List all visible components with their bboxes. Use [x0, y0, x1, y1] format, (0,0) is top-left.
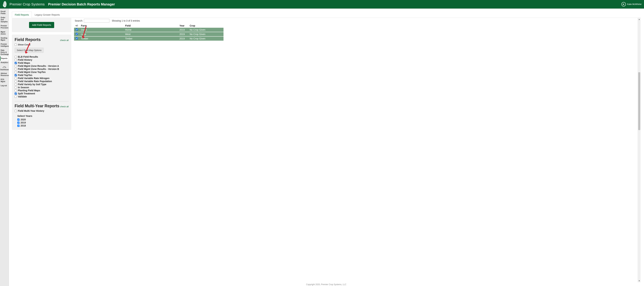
show-costs-toggle[interactable]: Show Costs [14, 43, 68, 46]
user-menu[interactable]: K Katie McWhirter [622, 2, 642, 7]
report-option[interactable]: ELB Field Results [14, 55, 68, 58]
check-all-link[interactable]: check all [60, 39, 68, 42]
show-costs-checkbox[interactable] [14, 44, 17, 46]
report-option[interactable]: Split Treatment [14, 92, 68, 95]
year-label: 2018 [20, 124, 26, 127]
report-option-checkbox[interactable] [14, 83, 17, 86]
year-checkbox[interactable] [17, 119, 20, 121]
report-option[interactable]: Field Variable Rate Population [14, 80, 68, 83]
report-option-checkbox[interactable] [14, 56, 17, 58]
scroll-down-icon[interactable]: ▼ [638, 279, 640, 282]
col-field[interactable]: Field [124, 24, 178, 28]
table-row[interactable]: TimberTimber2019No Crop Given [74, 36, 224, 41]
add-field-reports-button[interactable]: Add Field Reports [29, 22, 54, 28]
table-row[interactable]: Dad'sHome2019No Crop Given [74, 28, 224, 32]
report-option-label: Field History [18, 59, 32, 61]
sidebar-item-data-entry-exchange[interactable]: Data Entry & Exchange [0, 48, 9, 57]
sidebar-item-reports[interactable]: Reports [0, 57, 9, 61]
report-option-checkbox[interactable] [14, 80, 17, 83]
report-option-checkbox[interactable] [14, 93, 17, 95]
year-option[interactable]: 2018 [17, 124, 68, 127]
cell-year: 2019 [178, 28, 188, 32]
sidebar-item-seeding-mgmt[interactable]: Seeding Mgmt [0, 36, 9, 42]
year-option[interactable]: 2020 [17, 118, 68, 121]
sidebar-item-premier-precision[interactable]: Premier Precision [0, 24, 9, 30]
left-panel: Add Field Reports Field Reports check al… [12, 18, 71, 282]
report-option[interactable]: Field Mgmt Zone Results - Version A [14, 65, 68, 68]
tab-legacy-grower-reports[interactable]: Legacy Grower Reports [32, 12, 63, 18]
vertical-scrollbar[interactable]: ▲ ▼ [638, 18, 640, 282]
sidebar-item-advisor-resources[interactable]: Advisor Resources [0, 71, 9, 78]
sidebar-item-analytics[interactable]: Analytics [0, 61, 9, 65]
cell-farm: Lake [80, 32, 124, 36]
select-field-map-options-button[interactable]: Select Field Map Options [14, 48, 44, 53]
sidebar-item-premier-intelligence[interactable]: Premier Intelligence [0, 42, 9, 48]
report-option-checkbox[interactable] [14, 77, 17, 79]
report-option-label: ELB Field Results [18, 56, 38, 58]
report-option-label: Field Mgmt Zone Results - Version B [18, 68, 59, 70]
col-farm[interactable]: Farm [80, 24, 124, 28]
sidebar-item-enroll-fields[interactable]: Enroll Fields [0, 10, 9, 16]
report-option[interactable]: Planting Field Maps [14, 89, 68, 92]
row-checkbox[interactable] [76, 33, 78, 35]
col-year[interactable]: Year [178, 24, 188, 28]
multi-year-history-checkbox[interactable] [14, 110, 17, 112]
report-option-checkbox[interactable] [14, 71, 17, 73]
scroll-thumb[interactable] [638, 72, 640, 130]
cell-crop: No Crop Given [188, 28, 224, 32]
report-option[interactable]: Field Maps [14, 61, 68, 65]
row-checkbox[interactable] [76, 37, 78, 40]
year-checkbox[interactable] [17, 125, 20, 127]
report-option[interactable]: Field Mgmt Zone Results - Version B [14, 68, 68, 71]
app-header: Premier Crop Systems Premier Decision Ba… [0, 0, 644, 9]
row-select-cell[interactable] [74, 36, 80, 41]
field-reports-card: Field Reports check all Show Costs Selec… [12, 35, 71, 130]
select-years-label: Select Years [17, 114, 68, 117]
cell-year: 2019 [178, 36, 188, 41]
report-option[interactable]: Field Variable Rate Nitrogen [14, 77, 68, 80]
col-plusminus[interactable]: +/- [74, 24, 80, 28]
row-checkbox[interactable] [76, 28, 78, 31]
multi-year-option-list: Field Multi-Year History [14, 109, 68, 112]
row-select-cell[interactable] [74, 32, 80, 36]
right-panel: Search: Showing 1 to 3 of 3 entries +/- … [74, 18, 640, 282]
report-option[interactable]: Field Variety by Soil Type [14, 83, 68, 86]
report-option-label: Field Mgmt Zone Results - Version A [18, 65, 59, 67]
tab-field-reports[interactable]: Field Reports [12, 12, 32, 18]
report-option-label: Field Variable Rate Nitrogen [18, 77, 50, 80]
year-list: 202020192018 [17, 118, 68, 127]
sidebar-item-dashboards[interactable]: Dashboards [0, 65, 9, 71]
report-option[interactable]: In Season [14, 86, 68, 89]
avatar: K [622, 2, 626, 7]
report-option[interactable]: Field Mgmt Zone TopTen [14, 71, 68, 74]
check-all-multiyear-link[interactable]: check all [60, 105, 68, 108]
corn-logo-icon [2, 1, 8, 8]
sidebar-item-mgmt-zones[interactable]: Mgmt Zones [0, 30, 9, 36]
footer-copyright: Copyright 2020, Premier Crop Systems, LL… [12, 282, 640, 286]
report-option-checkbox[interactable] [14, 68, 17, 70]
report-option-checkbox[interactable] [14, 62, 17, 64]
report-option-checkbox[interactable] [14, 89, 17, 92]
report-option-checkbox[interactable] [14, 65, 17, 67]
year-checkbox[interactable] [17, 122, 20, 124]
cell-crop: No Crop Given [188, 36, 224, 41]
sidebar-item-pcs-mgmt[interactable]: PCS Mgmt [0, 78, 9, 84]
scroll-up-icon[interactable]: ▲ [638, 18, 640, 21]
report-option-checkbox[interactable] [14, 96, 17, 98]
search-input[interactable] [84, 19, 109, 23]
multi-year-history-option[interactable]: Field Multi-Year History [14, 109, 68, 112]
year-option[interactable]: 2019 [17, 121, 68, 124]
report-option-checkbox[interactable] [14, 74, 17, 76]
report-option[interactable]: Validate [14, 95, 68, 98]
report-option-checkbox[interactable] [14, 59, 17, 61]
report-option-label: Planting Field Maps [18, 89, 40, 92]
sidebar-item-log-out[interactable]: Log out [0, 84, 9, 88]
sidebar-item-order-soil-samples[interactable]: Order Soil Samples [0, 16, 9, 24]
col-crop[interactable]: Crop [188, 24, 224, 28]
row-select-cell[interactable] [74, 28, 80, 32]
table-row[interactable]: LakeWest2019No Crop Given [74, 32, 224, 36]
report-option[interactable]: Field History [14, 58, 68, 61]
cell-year: 2019 [178, 32, 188, 36]
report-option-checkbox[interactable] [14, 86, 17, 89]
report-option[interactable]: Field TopTen [14, 74, 68, 77]
